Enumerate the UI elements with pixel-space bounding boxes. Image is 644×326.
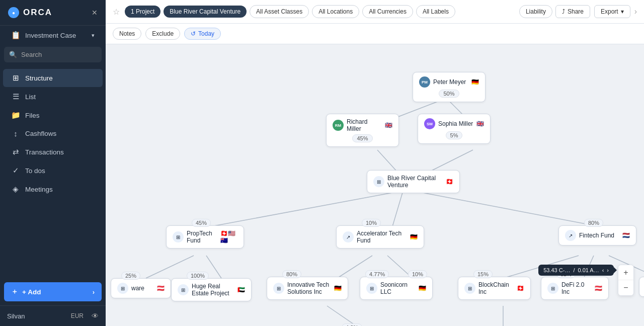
sidebar-nav: ⊞ Structure ☰ List 📁 Files ↕ Cashflows ⇄… — [0, 64, 106, 278]
zoom-in-button[interactable]: + — [618, 265, 633, 280]
node-sophia-miller[interactable]: SM Sophia Miller 🇬🇧 5% — [418, 114, 491, 144]
fund-filter-chip[interactable]: Blue River Capital Venture — [164, 6, 247, 18]
soonicorn-flag: 🇩🇪 — [419, 285, 426, 292]
tooltip-separator: / — [573, 267, 575, 273]
accelerator-name: Accelerator Tech Fund — [357, 230, 407, 244]
export-button[interactable]: Export ▾ — [594, 5, 630, 18]
share-button[interactable]: ⤴ Share — [555, 5, 590, 18]
svg-line-14 — [327, 306, 362, 326]
node-blockchain-inc[interactable]: ⊞ BlockChain Inc 🇨🇭 15% — [458, 277, 531, 300]
logo-text: ORCA — [23, 8, 52, 18]
graph-canvas[interactable]: PM Peter Meyer 🇩🇪 50% RM Richard Miller … — [106, 44, 644, 326]
main-content: ☆ 1 Project Blue River Capital Venture A… — [106, 0, 644, 326]
share-icon: ⤴ — [562, 8, 565, 15]
today-icon: ↺ — [191, 30, 196, 37]
sidebar-collapse-button[interactable]: ✕ — [92, 9, 98, 17]
accelerator-icon: ↗ — [343, 231, 354, 242]
tooltip-chevron-left[interactable]: ‹ — [602, 267, 604, 273]
node-finbi[interactable]: ⊞ FinBi… — [639, 277, 644, 297]
node-defi[interactable]: ⊞ DeFi 2.0 Inc 🇦🇹 32% — [541, 277, 609, 300]
tooltip-text2: 0.01 A… — [578, 267, 599, 273]
node-blue-river[interactable]: ⊞ Blue River Capital Venture 🇨🇭 — [367, 170, 460, 193]
innovative-icon: ⊞ — [273, 283, 284, 294]
sidebar-item-meetings-label: Meetings — [25, 186, 53, 193]
add-button[interactable]: ＋ + Add › — [4, 282, 102, 301]
defi-icon: ⊞ — [547, 283, 558, 294]
liability-chip[interactable]: Liability — [519, 5, 552, 18]
node-peter-meyer[interactable]: PM Peter Meyer 🇩🇪 50% — [413, 72, 486, 102]
location-label: All Locations — [318, 8, 353, 15]
today-button[interactable]: ↺ Today — [184, 28, 221, 40]
defi-name: DeFi 2.0 Inc — [561, 281, 592, 295]
zoom-controls: + − — [618, 265, 634, 296]
currency-filter-chip[interactable]: All Currencies — [362, 5, 413, 18]
asset-class-filter-chip[interactable]: All Asset Classes — [250, 5, 309, 18]
notes-button[interactable]: Notes — [113, 28, 141, 40]
avatar-richard: RM — [333, 120, 344, 131]
search-icon: 🔍 — [9, 51, 17, 58]
sidebar-item-investment-case[interactable]: 📋 Investment Case ▾ — [3, 26, 103, 44]
logo-icon: ● — [8, 7, 19, 18]
toolbar-right: ⤴ Share Export ▾ › — [555, 5, 637, 18]
node-huge-real-estate[interactable]: ⊞ Huge Real Estate Project 🇦🇪 100% — [171, 278, 252, 301]
liability-label: Liability — [526, 8, 546, 15]
currency-filter-label: All Currencies — [369, 8, 407, 15]
ware-pct: 25% — [121, 272, 140, 280]
blockchain-inc-pct: 15% — [473, 270, 493, 278]
ware-flag: 🇦🇹 — [157, 285, 165, 292]
labels-label: All Labels — [423, 8, 449, 15]
node-fintech-fund[interactable]: ↗ Fintech Fund 🇳🇱 80% — [558, 225, 636, 246]
svg-line-5 — [392, 193, 403, 226]
tooltip-overlay: 53.43 C-… / 0.01 A… ‹ › — [538, 265, 614, 276]
richard-flag: 🇬🇧 — [385, 122, 392, 129]
meetings-icon: ◈ — [11, 185, 20, 194]
sidebar-item-meetings[interactable]: ◈ Meetings — [3, 180, 103, 198]
accelerator-flag: 🇩🇪 — [410, 233, 418, 240]
node-richard-miller[interactable]: RM Richard Miller 🇬🇧 45% — [326, 114, 399, 147]
proptech-name: PropTech Fund — [187, 230, 217, 244]
tooltip-chevron-right[interactable]: › — [607, 267, 609, 273]
export-label: Export — [601, 8, 618, 15]
sidebar-item-structure[interactable]: ⊞ Structure — [3, 69, 103, 87]
files-icon: 📁 — [11, 111, 20, 120]
sophia-pct: 5% — [446, 131, 463, 139]
soonicorn-icon: ⊞ — [366, 283, 377, 294]
exclude-button[interactable]: Exclude — [145, 28, 180, 40]
huge-real-icon: ⊞ — [178, 284, 189, 295]
node-ware[interactable]: ⊞ ware 🇦🇹 25% — [111, 278, 171, 298]
sidebar-footer: Silvan EUR 👁 — [0, 305, 106, 326]
peter-flag: 🇩🇪 — [471, 78, 479, 86]
fintech-flag: 🇳🇱 — [622, 232, 630, 239]
project-filter-chip[interactable]: 1 Project — [125, 6, 160, 18]
labels-filter-chip[interactable]: All Labels — [416, 5, 455, 18]
sidebar-item-files[interactable]: 📁 Files — [3, 106, 103, 124]
currency-label: EUR — [71, 312, 84, 319]
ware-name: ware — [131, 285, 144, 292]
project-filter-label: 1 Project — [131, 8, 154, 15]
today-label: Today — [198, 30, 214, 37]
search-input[interactable]: 🔍 Search — [4, 47, 102, 62]
node-accelerator-tech-fund[interactable]: ↗ Accelerator Tech Fund 🇩🇪 10% — [336, 225, 424, 249]
zoom-out-button[interactable]: − — [618, 280, 633, 295]
fintech-name: Fintech Fund — [579, 232, 614, 239]
node-innovative-tech[interactable]: ⊞ Innovative Tech Solutions Inc 🇩🇪 80% — [267, 277, 348, 300]
location-filter-chip[interactable]: All Locations — [312, 5, 359, 18]
blockchain-inc-icon: ⊞ — [464, 283, 475, 294]
sidebar-item-transactions[interactable]: ⇄ Transactions — [3, 143, 103, 161]
sidebar-item-todos[interactable]: ✓ To dos — [3, 161, 103, 180]
defi-flag: 🇦🇹 — [595, 285, 602, 292]
structure-icon: ⊞ — [11, 73, 20, 83]
add-chevron-icon: › — [93, 288, 95, 296]
node-proptech-fund[interactable]: ⊞ PropTech Fund 🇨🇭🇺🇸🇦🇺 45% — [166, 225, 244, 249]
star-button[interactable]: ☆ — [113, 7, 120, 17]
right-panel-collapse-button[interactable]: › — [634, 7, 637, 16]
node-soonicorn[interactable]: ⊞ Soonicorn LLC 🇩🇪 4.77% 10% — [360, 277, 433, 300]
eye-icon[interactable]: 👁 — [92, 312, 99, 320]
sidebar-item-list[interactable]: ☰ List — [3, 88, 103, 106]
toolbar: ☆ 1 Project Blue River Capital Venture A… — [106, 0, 644, 24]
sidebar: ● ORCA ✕ 📋 Investment Case ▾ 🔍 Search ⊞ … — [0, 0, 106, 326]
share-label: Share — [568, 8, 584, 15]
search-label: Search — [21, 51, 42, 58]
export-chevron-icon: ▾ — [621, 8, 624, 15]
sidebar-item-cashflows[interactable]: ↕ Cashflows — [3, 125, 103, 142]
